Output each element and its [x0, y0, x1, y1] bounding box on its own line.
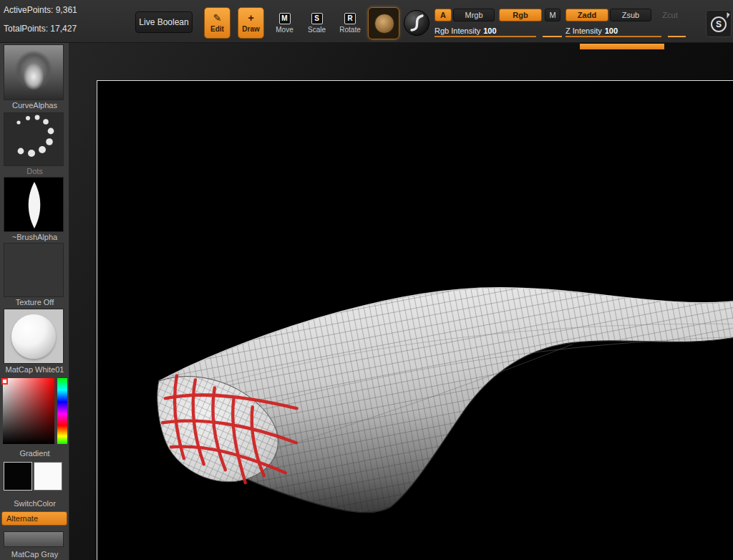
live-boolean-button[interactable]: Live Boolean	[135, 11, 193, 33]
zsub-mode-button[interactable]: Zsub	[610, 9, 651, 21]
left-tool-shelf: CurveAlphas Dots ~BrushAlpha Texture Off	[0, 43, 69, 560]
switch-color-widget[interactable]	[4, 460, 64, 493]
z-intensity-fill-bar[interactable]	[580, 44, 664, 49]
wing-model[interactable]	[157, 288, 733, 513]
z-intensity-label: Z Intensity	[565, 26, 602, 35]
z-intensity-slider[interactable]: Z Intensity 100	[565, 24, 686, 37]
alpha-mode-button[interactable]: A	[435, 9, 452, 21]
zbrush-window: ActivePoints: 9,361 TotalPoints: 17,427 …	[0, 0, 733, 560]
current-material-sphere[interactable]	[403, 9, 430, 37]
brush-alpha-lens-icon	[4, 178, 64, 233]
texture-off-label: Texture Off	[0, 298, 69, 306]
scale-icon: S	[311, 13, 323, 24]
rgb-intensity-track[interactable]	[435, 36, 562, 37]
z-intensity-track[interactable]	[565, 36, 686, 37]
draw-icon: +	[248, 13, 253, 24]
draw-button[interactable]: + Draw	[238, 7, 264, 39]
pen-nib-icon	[724, 12, 729, 19]
gradient-label: Gradient	[0, 449, 69, 458]
rotate-icon: R	[344, 13, 356, 24]
zcut-mode-button: Zcut	[654, 9, 686, 21]
stroke-tile-button[interactable]: S	[706, 10, 732, 37]
brush-alpha-thumbnail[interactable]	[4, 177, 64, 232]
point-stats: ActivePoints: 9,361 TotalPoints: 17,427	[4, 5, 77, 42]
top-toolbar: ActivePoints: 9,361 TotalPoints: 17,427 …	[0, 0, 733, 43]
saturation-value-square[interactable]	[3, 378, 54, 444]
edit-icon: ✎	[213, 13, 222, 24]
rgb-intensity-value: 100	[483, 26, 496, 35]
active-points-readout: ActivePoints: 9,361	[4, 5, 77, 14]
dots-icon	[4, 113, 64, 167]
rgb-intensity-label: Rgb Intensity	[435, 26, 480, 35]
matcap-white-label: MatCap White01	[0, 365, 69, 374]
curve-alphas-label: CurveAlphas	[0, 101, 69, 110]
z-intensity-value: 100	[605, 26, 618, 35]
color-picker[interactable]	[1, 377, 67, 447]
move-label: Move	[276, 26, 293, 34]
curve-alphas-thumbnail[interactable]	[4, 44, 64, 100]
scale-button[interactable]: S Scale	[304, 7, 330, 39]
current-brush-thumbnail[interactable]	[368, 7, 399, 39]
material-sphere-icon	[403, 9, 430, 37]
brush-alpha-label: ~BrushAlpha	[0, 233, 69, 241]
matcap-gray-label: MatCap Gray	[0, 550, 69, 559]
rgb-mode-button[interactable]: Rgb	[499, 9, 542, 21]
rotate-button[interactable]: R Rotate	[336, 7, 364, 39]
total-points-readout: TotalPoints: 17,427	[4, 24, 77, 33]
mrgb-mode-button[interactable]: Mrgb	[453, 9, 495, 21]
primary-color-swatch[interactable]	[4, 462, 32, 491]
matcap-gray-thumbnail[interactable]	[4, 531, 64, 547]
rotate-label: Rotate	[339, 26, 360, 34]
stroke-icon: S	[711, 16, 727, 32]
matcap-white-thumbnail[interactable]	[4, 309, 64, 364]
texture-off-thumbnail[interactable]	[4, 243, 64, 297]
move-icon: M	[279, 13, 291, 24]
rgb-intensity-slider[interactable]: Rgb Intensity 100	[435, 24, 562, 37]
scale-label: Scale	[308, 26, 326, 34]
switch-color-label: SwitchColor	[0, 499, 69, 508]
edit-button[interactable]: ✎ Edit	[204, 7, 230, 39]
edit-label: Edit	[210, 25, 224, 33]
hue-strip[interactable]	[57, 378, 67, 444]
picker-indicator-icon	[1, 378, 8, 385]
sculpt-document[interactable]	[97, 80, 733, 560]
zadd-mode-button[interactable]: Zadd	[565, 9, 608, 21]
m-mode-button[interactable]: M	[545, 9, 560, 21]
matcap-sphere-icon	[11, 314, 56, 359]
brush-alpha-dot-icon	[374, 14, 394, 34]
move-button[interactable]: M Move	[271, 7, 298, 39]
model-canvas[interactable]	[97, 81, 733, 560]
viewport-area[interactable]	[69, 43, 733, 560]
alternate-button[interactable]: Alternate	[1, 511, 67, 526]
draw-label: Draw	[242, 25, 259, 33]
dots-label: Dots	[0, 167, 69, 175]
stroke-dots-thumbnail[interactable]	[4, 112, 64, 166]
secondary-color-swatch[interactable]	[34, 462, 62, 491]
